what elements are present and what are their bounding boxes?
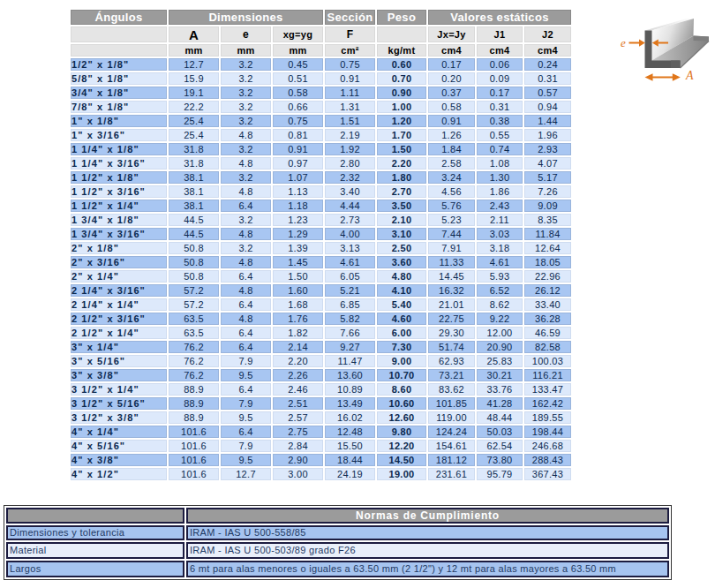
svg-text:A: A xyxy=(685,69,694,82)
svg-text:e: e xyxy=(621,36,626,49)
